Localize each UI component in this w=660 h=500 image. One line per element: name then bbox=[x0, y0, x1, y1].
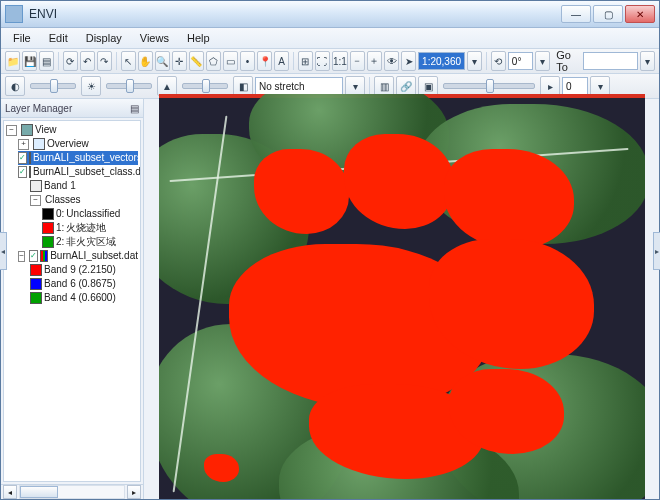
scroll-right-icon[interactable]: ▸ bbox=[127, 485, 141, 499]
scroll-track[interactable] bbox=[19, 485, 125, 499]
redo-icon[interactable]: ↷ bbox=[97, 51, 112, 71]
layer-checkbox[interactable]: ✓ bbox=[18, 166, 27, 178]
collapse-icon[interactable]: − bbox=[30, 195, 41, 206]
tree-band-item[interactable]: Band 9 (2.2150) bbox=[30, 263, 138, 277]
tree-vectors-layer[interactable]: ✓ BurnALI_subset_vectors bbox=[18, 151, 138, 165]
value-dropdown-icon[interactable]: ▾ bbox=[590, 76, 610, 96]
rotate-field[interactable]: 0° bbox=[508, 52, 533, 70]
layer-checkbox[interactable]: ✓ bbox=[29, 250, 38, 262]
slider-end-icon[interactable]: ▸ bbox=[540, 76, 560, 96]
contrast-slider[interactable] bbox=[106, 83, 152, 89]
class-swatch-icon bbox=[42, 236, 54, 248]
class-name: 非火灾区域 bbox=[66, 235, 116, 249]
view-icon bbox=[21, 124, 33, 136]
tree-band-item[interactable]: Band 4 (0.6600) bbox=[30, 291, 138, 305]
undo-icon[interactable]: ↶ bbox=[80, 51, 95, 71]
menu-file[interactable]: File bbox=[5, 30, 39, 46]
pan-icon[interactable]: ✋ bbox=[138, 51, 153, 71]
zoom-dropdown-icon[interactable]: ▾ bbox=[467, 51, 482, 71]
goto-dropdown-icon[interactable]: ▾ bbox=[640, 51, 655, 71]
stretch-dropdown-icon[interactable]: ▾ bbox=[345, 76, 365, 96]
brightness-slider[interactable] bbox=[30, 83, 76, 89]
band-swatch-icon bbox=[30, 278, 42, 290]
image-canvas[interactable] bbox=[159, 94, 645, 500]
zoom-fit-icon[interactable]: ⛶ bbox=[315, 51, 330, 71]
zoom-out-icon[interactable]: － bbox=[350, 51, 365, 71]
point-roi-icon[interactable]: • bbox=[240, 51, 255, 71]
polygon-icon[interactable]: ⬠ bbox=[206, 51, 221, 71]
contrast-icon[interactable]: ◐ bbox=[5, 76, 25, 96]
stretch-mode-field[interactable]: No stretch bbox=[255, 77, 343, 95]
brightness-icon[interactable]: ☀ bbox=[81, 76, 101, 96]
close-button[interactable]: ✕ bbox=[625, 5, 655, 23]
zoom-box-icon[interactable]: ⊞ bbox=[298, 51, 313, 71]
scroll-thumb[interactable] bbox=[20, 486, 58, 498]
goto-field[interactable] bbox=[583, 52, 637, 70]
overview-icon bbox=[33, 138, 45, 150]
panel-handle-left[interactable]: ◂ bbox=[0, 232, 7, 270]
band-label: Band 6 (0.8675) bbox=[44, 277, 116, 291]
collapse-icon[interactable]: − bbox=[6, 125, 17, 136]
menu-edit[interactable]: Edit bbox=[41, 30, 76, 46]
layers-icon[interactable]: ▤ bbox=[39, 51, 54, 71]
link-icon[interactable]: 🔗 bbox=[396, 76, 416, 96]
rotate-dropdown-icon[interactable]: ▾ bbox=[535, 51, 550, 71]
rect-roi-icon[interactable]: ▭ bbox=[223, 51, 238, 71]
workspace: Layer Manager ▤ − View + bbox=[1, 99, 659, 499]
main-window: ENVI — ▢ ✕ File Edit Display Views Help … bbox=[0, 0, 660, 500]
menu-views[interactable]: Views bbox=[132, 30, 177, 46]
band-swatch-icon bbox=[30, 292, 42, 304]
folder-icon[interactable]: 📁 bbox=[5, 51, 20, 71]
maximize-button[interactable]: ▢ bbox=[593, 5, 623, 23]
zoom-1to1-icon[interactable]: 1:1 bbox=[332, 51, 348, 71]
stretch-value-field[interactable]: 0 bbox=[562, 77, 588, 95]
goto-label: Go To bbox=[556, 49, 577, 73]
refresh-icon[interactable]: ⟳ bbox=[63, 51, 78, 71]
panel-menu-icon[interactable]: ▤ bbox=[130, 103, 139, 114]
sharpen-slider[interactable] bbox=[182, 83, 228, 89]
tree-class-item[interactable]: 1: 火烧迹地 bbox=[42, 221, 138, 235]
tree-classes[interactable]: − Classes bbox=[30, 193, 138, 207]
scroll-left-icon[interactable]: ◂ bbox=[3, 485, 17, 499]
class-index: 1: bbox=[56, 221, 64, 235]
text-icon[interactable]: A bbox=[274, 51, 289, 71]
zoom-plus-icon[interactable]: ＋ bbox=[367, 51, 382, 71]
class-index: 2: bbox=[56, 235, 64, 249]
arrow-icon[interactable]: ➤ bbox=[401, 51, 416, 71]
zoom-field[interactable]: 1:20,360 bbox=[418, 52, 465, 70]
transparency-slider[interactable] bbox=[443, 83, 535, 89]
tree-scrollbar[interactable]: ◂ ▸ bbox=[1, 484, 143, 499]
zoom-in-icon[interactable]: 🔍 bbox=[155, 51, 170, 71]
tree-class-layer[interactable]: ✓ BurnALI_subset_class.da bbox=[18, 165, 138, 179]
sharpen-icon[interactable]: ▲ bbox=[157, 76, 177, 96]
tree-band-item[interactable]: Band 6 (0.8675) bbox=[30, 277, 138, 291]
tree-band1[interactable]: Band 1 bbox=[30, 179, 138, 193]
class-swatch-icon bbox=[42, 208, 54, 220]
minimize-button[interactable]: — bbox=[561, 5, 591, 23]
eyedrop-icon[interactable]: 👁 bbox=[384, 51, 399, 71]
menu-help[interactable]: Help bbox=[179, 30, 218, 46]
tree-class-item[interactable]: 0: Unclassified bbox=[42, 207, 138, 221]
tree-rgb-layer[interactable]: − ✓ BurnALI_subset.dat bbox=[18, 249, 138, 263]
collapse-icon[interactable]: − bbox=[18, 251, 25, 262]
pointer-icon[interactable]: ↖ bbox=[121, 51, 136, 71]
band-label: Band 9 (2.2150) bbox=[44, 263, 116, 277]
expand-icon[interactable]: + bbox=[18, 139, 29, 150]
tree-root-view[interactable]: − View bbox=[6, 123, 138, 137]
rotate-icon[interactable]: ⟲ bbox=[491, 51, 506, 71]
measure-icon[interactable]: 📏 bbox=[189, 51, 204, 71]
layer-tree[interactable]: − View + Overview ✓ bbox=[3, 120, 141, 482]
panel-handle-right[interactable]: ▸ bbox=[653, 232, 660, 270]
collapse-icon[interactable]: ▣ bbox=[418, 76, 438, 96]
disk-icon[interactable]: 💾 bbox=[22, 51, 37, 71]
layer-checkbox[interactable]: ✓ bbox=[18, 152, 27, 164]
crosshair-icon[interactable]: ✛ bbox=[172, 51, 187, 71]
menu-display[interactable]: Display bbox=[78, 30, 130, 46]
hist-icon[interactable]: ▥ bbox=[374, 76, 394, 96]
marker-icon[interactable]: 📍 bbox=[257, 51, 272, 71]
tree-class-item[interactable]: 2: 非火灾区域 bbox=[42, 235, 138, 249]
class-name: 火烧迹地 bbox=[66, 221, 106, 235]
gamma-icon[interactable]: ◧ bbox=[233, 76, 253, 96]
tree-overview[interactable]: + Overview bbox=[18, 137, 138, 151]
window-title: ENVI bbox=[29, 7, 561, 21]
